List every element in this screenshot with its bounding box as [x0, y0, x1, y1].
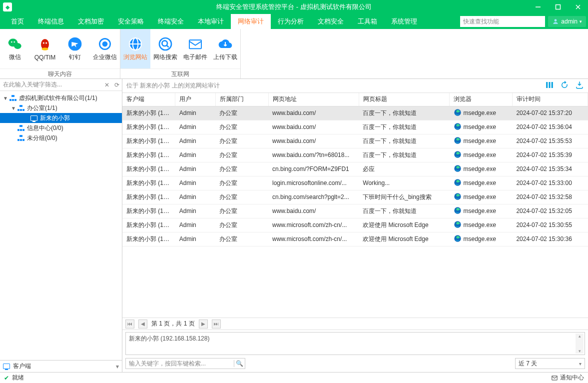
tree-node[interactable]: 未分组(0/0)	[0, 133, 122, 143]
column-settings-button[interactable]	[545, 80, 554, 91]
ribbon-cloud-button[interactable]: 上传下载	[210, 29, 240, 68]
table-row[interactable]: 新来的小郭 (19...Admin办公室www.baidu.com/百度一下，你…	[122, 204, 588, 218]
table-row[interactable]: 新来的小郭 (19...Admin办公室www.baidu.com/百度一下，你…	[122, 134, 588, 148]
menu-item-6[interactable]: 网络审计	[231, 14, 271, 29]
column-header[interactable]: 网页地址	[268, 93, 359, 106]
last-page-button[interactable]: ⏭	[212, 320, 221, 328]
detail-scrollbar[interactable]: ▴▾	[576, 334, 584, 354]
tree-node[interactable]: ▼办公室(1/1)	[0, 103, 122, 113]
column-header[interactable]: 客户端	[122, 93, 175, 106]
svg-rect-23	[546, 82, 548, 88]
chevron-down-icon: ▾	[116, 363, 119, 370]
next-page-button[interactable]: ▶	[199, 320, 208, 328]
menu-item-5[interactable]: 本地审计	[191, 14, 231, 29]
ding-icon	[67, 36, 83, 52]
sidebar: ✕ ⟳ ▼虚拟机测试软件有限公司(1/1)▼办公室(1/1)新来的小郭信息中心(…	[0, 79, 122, 372]
refresh-button[interactable]	[560, 80, 569, 91]
ribbon-mail-button[interactable]: 电子邮件	[180, 29, 210, 68]
menu-item-7[interactable]: 行为分析	[271, 14, 311, 29]
chevron-down-icon: ▾	[579, 361, 582, 366]
edge-icon	[454, 108, 462, 118]
ribbon-qq-button[interactable]: QQ/TIM	[30, 29, 60, 68]
edge-icon	[454, 164, 462, 174]
table-row[interactable]: 新来的小郭 (19...Admin办公室www.baidu.com/百度一下，你…	[122, 106, 588, 120]
ribbon-globe-button[interactable]: 浏览网站	[120, 29, 150, 68]
table-row[interactable]: 新来的小郭 (19...Admin办公室login.microsoftonlin…	[122, 176, 588, 190]
wechat-icon	[7, 36, 23, 52]
table-row[interactable]: 新来的小郭 (19...Admin办公室cn.bing.com/?FORM=Z9…	[122, 162, 588, 176]
refresh-tree-button[interactable]: ⟳	[112, 82, 122, 88]
mail-icon	[551, 374, 558, 382]
svg-line-21	[167, 46, 169, 48]
edge-icon	[454, 178, 462, 188]
mon-icon	[30, 116, 38, 121]
keyword-search-input[interactable]	[126, 360, 234, 367]
detail-panel: 新来的小郭 (192.168.158.128) ▴▾	[125, 332, 585, 355]
column-header[interactable]: 审计时间	[512, 93, 588, 106]
export-button[interactable]	[575, 80, 584, 91]
ribbon-search-button[interactable]: 网络搜索	[150, 29, 180, 68]
search-icon[interactable]: 🔍	[234, 360, 245, 367]
tree-node[interactable]: 新来的小郭	[0, 113, 122, 123]
svg-point-11	[45, 42, 47, 44]
menu-item-0[interactable]: 首页	[4, 14, 31, 29]
close-button[interactable]	[568, 0, 588, 14]
menu-item-9[interactable]: 工具箱	[351, 14, 384, 29]
table-row[interactable]: 新来的小郭 (19...Admin办公室www.microsoft.com/zh…	[122, 218, 588, 232]
ribbon-wework-button[interactable]: 企业微信	[90, 29, 120, 68]
notification-center-button[interactable]: 通知中心	[551, 374, 584, 382]
clear-filter-button[interactable]: ✕	[102, 82, 112, 88]
edge-icon	[454, 122, 462, 132]
svg-point-20	[162, 40, 167, 46]
column-header[interactable]: 浏览器	[450, 93, 513, 106]
globe-icon	[127, 36, 143, 52]
menu-item-10[interactable]: 系统管理	[384, 14, 424, 29]
context-text: 位于 新来的小郭 上的浏览网站审计	[126, 82, 220, 90]
tree-node[interactable]: 信息中心(0/0)	[0, 123, 122, 133]
org-icon	[17, 105, 25, 111]
menu-bar: 首页终端信息文档加密安全策略终端安全本地审计网络审计行为分析文档安全工具箱系统管…	[0, 14, 588, 29]
svg-point-6	[14, 43, 21, 49]
maximize-button[interactable]	[548, 0, 568, 14]
prev-page-button[interactable]: ◀	[138, 320, 147, 328]
org-icon	[9, 95, 17, 101]
menu-item-3[interactable]: 安全策略	[111, 14, 151, 29]
title-bar: ◆ 终端安全管理系统管控平台 - 虚拟机测试软件有限公司	[0, 0, 588, 14]
ribbon-ding-button[interactable]: 钉钉	[60, 29, 90, 68]
pager: ⏮ ◀ 第 1 页，共 1 页 ▶ ⏭	[122, 318, 588, 330]
menu-item-4[interactable]: 终端安全	[151, 14, 191, 29]
expand-toggle[interactable]: ▼	[2, 96, 9, 101]
table-row[interactable]: 新来的小郭 (19...Admin办公室www.baidu.com/百度一下，你…	[122, 120, 588, 134]
tree-filter-input[interactable]	[0, 79, 102, 90]
minimize-button[interactable]	[528, 0, 548, 14]
menu-item-2[interactable]: 文档加密	[71, 14, 111, 29]
first-page-button[interactable]: ⏮	[125, 320, 134, 328]
table-row[interactable]: 新来的小郭 (19...Admin办公室www.baidu.com/?tn=68…	[122, 148, 588, 162]
svg-point-12	[41, 48, 48, 50]
column-header[interactable]: 网页标题	[359, 93, 449, 106]
edge-icon	[454, 206, 462, 216]
ribbon-wechat-button[interactable]: 微信	[0, 29, 30, 68]
column-header[interactable]: 用户	[175, 93, 216, 106]
tree-node[interactable]: ▼虚拟机测试软件有限公司(1/1)	[0, 93, 122, 103]
svg-point-15	[103, 42, 107, 46]
expand-toggle[interactable]: ▼	[10, 106, 17, 111]
svg-point-8	[13, 42, 15, 43]
menu-item-8[interactable]: 文档安全	[311, 14, 351, 29]
user-name: admin	[561, 18, 578, 25]
ribbon: 微信QQ/TIM钉钉企业微信 聊天内容 浏览网站网络搜索电子邮件上传下载 互联网	[0, 29, 588, 79]
context-bar: 位于 新来的小郭 上的浏览网站审计	[122, 79, 588, 93]
menu-item-1[interactable]: 终端信息	[31, 14, 71, 29]
table-row[interactable]: 新来的小郭 (19...Admin办公室cn.bing.com/search?p…	[122, 190, 588, 204]
edge-icon	[454, 192, 462, 202]
sidebar-footer[interactable]: 客户端 ▾	[0, 360, 122, 372]
svg-rect-1	[556, 5, 561, 10]
status-bar: ✔ 就绪 通知中心	[0, 372, 588, 383]
status-check-icon: ✔	[4, 374, 9, 382]
column-header[interactable]: 所属部门	[215, 93, 268, 106]
quick-search-input[interactable]	[460, 16, 545, 27]
table-row[interactable]: 新来的小郭 (19...Admin办公室www.microsoft.com/zh…	[122, 232, 588, 246]
date-range-dropdown[interactable]: 近 7 天 ▾	[515, 358, 585, 369]
edge-icon	[454, 136, 462, 146]
user-menu-button[interactable]: admin ▾	[548, 16, 586, 27]
